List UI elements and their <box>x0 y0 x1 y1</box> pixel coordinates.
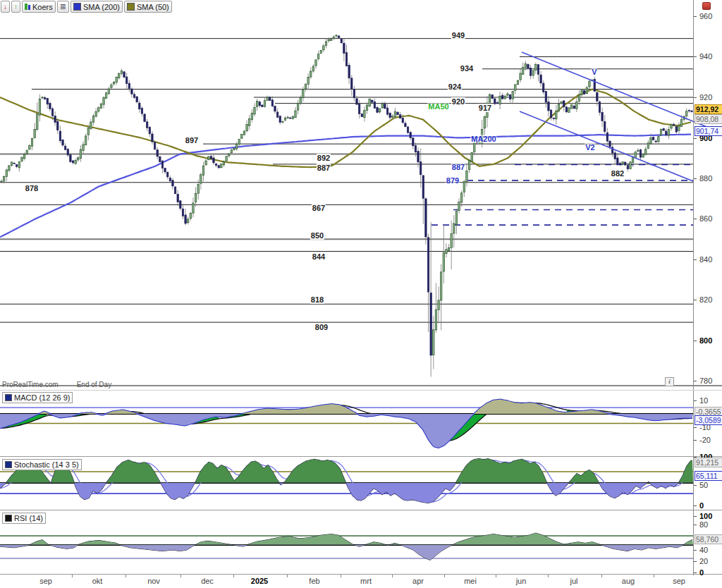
axis-tick-label: 820 <box>699 295 712 304</box>
time-axis-month-label: okt <box>92 577 103 585</box>
sma50-label: SMA (50) <box>137 3 169 11</box>
time-axis-month-label: 2025 <box>251 577 268 585</box>
axis-tick <box>694 485 697 486</box>
macd-title: MACD (12 26 9) <box>14 393 70 402</box>
axis-tick-label: -20 <box>699 436 711 444</box>
time-axis-month-label: dec <box>201 577 214 585</box>
candlestick-icon <box>25 4 30 10</box>
axis-tick <box>694 550 697 551</box>
axis-value-label: 58,760 <box>695 534 722 544</box>
time-axis-tick <box>233 575 234 577</box>
axis-tick <box>694 506 697 506</box>
price-level-label: 850 <box>310 231 324 240</box>
price-level-label: 887 <box>317 164 331 172</box>
axis-tick <box>694 427 697 428</box>
time-axis-month-label: apr <box>412 577 424 585</box>
axis-tick-label: 940 <box>699 52 712 61</box>
time-axis-tick <box>126 575 126 577</box>
time-axis-month-label: sep <box>39 577 52 585</box>
chart-annotation: MA200 <box>470 135 496 143</box>
time-axis-tick <box>287 575 288 577</box>
macd-swatch-icon <box>5 394 12 401</box>
watermark-site: ProRealTime.com <box>2 381 59 388</box>
axis-tick-label: 840 <box>699 255 712 264</box>
axis-tick-label: 40 <box>699 546 708 554</box>
time-axis-tick <box>548 575 549 577</box>
sma200-label: SMA (200) <box>83 3 120 11</box>
rsi-panel-label[interactable]: RSI (14) <box>2 513 46 524</box>
time-axis-month-label: nov <box>147 577 160 585</box>
axis-tick <box>694 400 697 401</box>
time-axis-month-label: mrt <box>360 577 372 585</box>
time-axis-tick <box>392 575 393 577</box>
trading-chart-window: ↓ ↑ Koers ≣ SMA (200) SMA (50) ProRealTi… <box>0 0 722 588</box>
panel-separator <box>0 390 722 391</box>
axis-tick <box>694 56 697 57</box>
axis-tick <box>694 561 697 562</box>
axis-tick <box>694 219 697 219</box>
axis-value-label: 901,74 <box>695 126 722 136</box>
price-level-label: 809 <box>314 323 329 331</box>
chart-annotation: V2 <box>585 143 595 152</box>
sma50-color-swatch <box>127 3 135 11</box>
rsi-title: RSI (14) <box>14 514 43 522</box>
macd-panel-label[interactable]: MACD (12 26 9) <box>2 392 73 403</box>
time-axis-tick <box>341 575 341 577</box>
time-axis-border <box>0 574 722 575</box>
price-series-label: Koers <box>32 3 53 11</box>
price-level-label: 867 <box>312 204 326 212</box>
time-axis-month-label: sep <box>673 577 685 585</box>
time-axis-month-label: mei <box>464 577 477 585</box>
move-up-button[interactable]: ↑ <box>11 1 20 13</box>
axis-tick <box>694 178 697 179</box>
sma50-button[interactable]: SMA (50) <box>124 1 172 13</box>
axis-tick-label: 920 <box>699 93 712 102</box>
price-level-label: 934 <box>460 64 474 73</box>
axis-value-label: -3,0589 <box>695 415 722 425</box>
window-handle-icon[interactable] <box>702 2 711 10</box>
stochastic-title: Stochastic (14 3 5) <box>14 460 79 469</box>
move-down-button[interactable]: ↓ <box>1 1 10 13</box>
time-axis-tick <box>601 575 602 577</box>
axis-tick <box>694 381 697 381</box>
chart-annotation: 879 <box>446 176 460 185</box>
chart-annotation: MA50 <box>427 102 449 111</box>
stochastic-swatch-icon <box>5 461 12 468</box>
stochastic-panel-label[interactable]: Stochastic (14 3 5) <box>2 459 82 470</box>
axis-tick <box>694 341 697 341</box>
axis-tick <box>694 572 697 573</box>
chart-annotation: V <box>591 68 597 76</box>
axis-tick <box>694 516 697 517</box>
panel-separator[interactable] <box>0 456 722 457</box>
time-axis-tick <box>654 575 654 577</box>
list-icon: ≣ <box>60 2 66 11</box>
time-axis-month-label: feb <box>309 577 319 585</box>
info-button[interactable]: i <box>665 377 674 386</box>
time-axis-tick <box>180 575 181 577</box>
axis-tick-label: 80 <box>699 520 708 529</box>
panel-separator[interactable] <box>0 510 722 510</box>
list-button[interactable]: ≣ <box>57 1 69 13</box>
time-axis-month-label: aug <box>622 577 635 585</box>
price-level-label: 897 <box>185 136 199 145</box>
axis-tick-label: 880 <box>699 174 712 183</box>
axis-tick <box>694 259 697 260</box>
price-series-button[interactable]: Koers <box>22 1 56 13</box>
axis-value-label: 912,92 <box>695 104 722 114</box>
chart-toolbar: ↓ ↑ Koers ≣ SMA (200) SMA (50) <box>1 1 172 13</box>
axis-tick <box>694 138 697 139</box>
price-level-label: 917 <box>478 104 492 112</box>
chart-canvas[interactable] <box>0 0 722 588</box>
watermark: ProRealTime.comEnd of Day <box>2 381 130 388</box>
axis-tick-label: 10 <box>699 396 708 405</box>
axis-tick <box>694 440 697 441</box>
chart-annotation: 882 <box>611 169 625 178</box>
sma200-button[interactable]: SMA (200) <box>71 1 123 13</box>
axis-tick <box>694 300 697 300</box>
axis-tick-label: 800 <box>699 336 712 345</box>
axis-tick <box>694 16 697 17</box>
rsi-swatch-icon <box>5 515 12 522</box>
time-axis-month-label: jul <box>570 577 577 585</box>
price-level-label: 818 <box>310 295 324 304</box>
price-level-label: 892 <box>317 154 331 162</box>
